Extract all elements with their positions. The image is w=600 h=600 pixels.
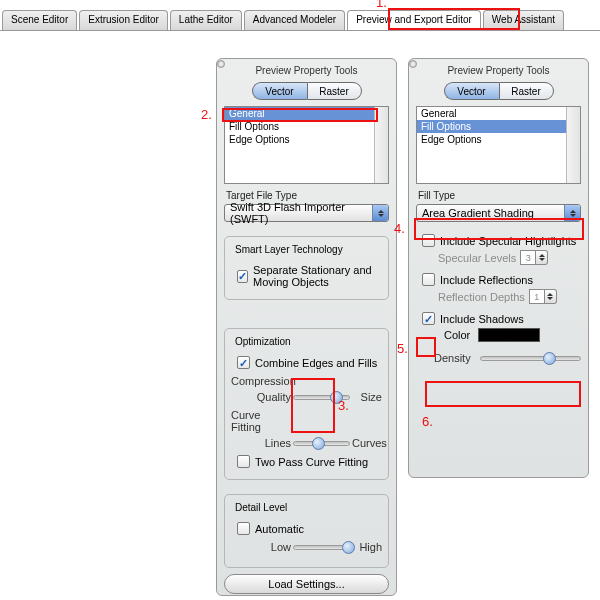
- shadows-checkbox[interactable]: [422, 312, 435, 325]
- list-item-fill-options[interactable]: Fill Options: [225, 120, 388, 133]
- group-title: Detail Level: [233, 502, 289, 513]
- category-listbox[interactable]: General Fill Options Edge Options: [224, 106, 389, 184]
- panel-title: Preview Property Tools: [416, 65, 581, 76]
- separate-stationary-checkbox[interactable]: [237, 270, 248, 283]
- annotation-5: 5.: [397, 341, 408, 356]
- combo-value: Swift 3D Flash Importer (SWFT): [230, 201, 383, 225]
- optimization-group: Optimization Combine Edges and Fills Com…: [224, 328, 389, 480]
- checkbox-label: Combine Edges and Fills: [255, 357, 377, 369]
- list-item-fill-options[interactable]: Fill Options: [417, 120, 580, 133]
- reflection-depths-label: Reflection Depths: [438, 291, 525, 303]
- group-title: Optimization: [233, 336, 293, 347]
- target-file-type-label: Target File Type: [226, 190, 389, 201]
- seg-vector[interactable]: Vector: [444, 82, 499, 100]
- slider-left-label: Low: [231, 541, 293, 553]
- target-file-type-combo[interactable]: Swift 3D Flash Importer (SWFT): [224, 204, 389, 222]
- specular-levels-stepper[interactable]: 3: [520, 250, 548, 265]
- vector-raster-segment: Vector Raster: [416, 82, 581, 100]
- load-settings-button[interactable]: Load Settings...: [224, 574, 389, 594]
- combo-value: Area Gradient Shading: [422, 207, 534, 219]
- smart-layer-group: Smart Layer Technology Separate Stationa…: [224, 236, 389, 300]
- preview-panel-general: Preview Property Tools Vector Raster Gen…: [216, 58, 397, 596]
- panel-title: Preview Property Tools: [224, 65, 389, 76]
- curve-fitting-slider[interactable]: [293, 441, 350, 446]
- stepper-value: 1: [529, 289, 545, 304]
- slider-right-label: Curves: [350, 437, 382, 449]
- density-slider[interactable]: [480, 356, 581, 361]
- reflections-checkbox[interactable]: [422, 273, 435, 286]
- checkbox-label: Two Pass Curve Fitting: [255, 456, 368, 468]
- slider-left-label: Lines: [231, 437, 293, 449]
- automatic-checkbox[interactable]: [237, 522, 250, 535]
- detail-level-group: Detail Level Automatic Low High: [224, 494, 389, 568]
- slider-left-label: Quality: [231, 391, 293, 403]
- list-item-general[interactable]: General: [225, 107, 388, 120]
- checkbox-label: Automatic: [255, 523, 304, 535]
- annotation-1: 1.: [376, 0, 387, 10]
- scrollbar[interactable]: [374, 107, 388, 183]
- category-listbox[interactable]: General Fill Options Edge Options: [416, 106, 581, 184]
- scrollbar[interactable]: [566, 107, 580, 183]
- detail-slider[interactable]: [293, 545, 350, 550]
- combine-edges-checkbox[interactable]: [237, 356, 250, 369]
- slider-thumb[interactable]: [543, 352, 556, 365]
- checkbox-label: Separate Stationary and Moving Objects: [253, 264, 382, 288]
- stepper-arrows-icon[interactable]: [536, 250, 548, 265]
- color-label: Color: [444, 329, 470, 341]
- list-item-general[interactable]: General: [417, 107, 580, 120]
- reflection-depths-stepper[interactable]: 1: [529, 289, 557, 304]
- checkbox-label: Include Shadows: [440, 313, 524, 325]
- slider-thumb[interactable]: [312, 437, 325, 450]
- slider-right-label: Size: [350, 391, 382, 403]
- vector-raster-segment: Vector Raster: [224, 82, 389, 100]
- checkbox-label: Include Specular Hightlights: [440, 235, 576, 247]
- two-pass-checkbox[interactable]: [237, 455, 250, 468]
- compression-label: Compression: [231, 375, 293, 387]
- slider-thumb[interactable]: [342, 541, 355, 554]
- specular-highlights-checkbox[interactable]: [422, 234, 435, 247]
- tab-lathe-editor[interactable]: Lathe Editor: [170, 10, 242, 30]
- tab-preview-export-editor[interactable]: Preview and Export Editor: [347, 10, 481, 30]
- tab-extrusion-editor[interactable]: Extrusion Editor: [79, 10, 168, 30]
- stepper-arrows-icon[interactable]: [545, 289, 557, 304]
- annotation-2: 2.: [201, 107, 212, 122]
- combo-arrows-icon: [564, 205, 580, 221]
- fill-type-combo[interactable]: Area Gradient Shading: [416, 204, 581, 222]
- density-label: Density: [434, 352, 480, 364]
- seg-raster[interactable]: Raster: [499, 82, 554, 100]
- list-item-edge-options[interactable]: Edge Options: [225, 133, 388, 146]
- preview-panel-fill: Preview Property Tools Vector Raster Gen…: [408, 58, 589, 478]
- annotation-3: 3.: [338, 398, 349, 413]
- combo-arrows-icon: [372, 205, 388, 221]
- list-item-edge-options[interactable]: Edge Options: [417, 133, 580, 146]
- shadow-color-swatch[interactable]: [478, 328, 540, 342]
- seg-vector[interactable]: Vector: [252, 82, 307, 100]
- editor-tabbar: Scene Editor Extrusion Editor Lathe Edit…: [0, 10, 600, 31]
- tab-web-assistant[interactable]: Web Assistant: [483, 10, 564, 30]
- checkbox-label: Include Reflections: [440, 274, 533, 286]
- tab-advanced-modeler[interactable]: Advanced Modeler: [244, 10, 345, 30]
- group-title: Smart Layer Technology: [233, 244, 345, 255]
- tab-scene-editor[interactable]: Scene Editor: [2, 10, 77, 30]
- specular-levels-label: Specular Levels: [438, 252, 516, 264]
- curve-fitting-label: Curve Fitting: [231, 409, 293, 433]
- annotation-6: 6.: [422, 414, 433, 429]
- stepper-value: 3: [520, 250, 536, 265]
- annotation-4: 4.: [394, 221, 405, 236]
- seg-raster[interactable]: Raster: [307, 82, 362, 100]
- fill-type-label: Fill Type: [418, 190, 581, 201]
